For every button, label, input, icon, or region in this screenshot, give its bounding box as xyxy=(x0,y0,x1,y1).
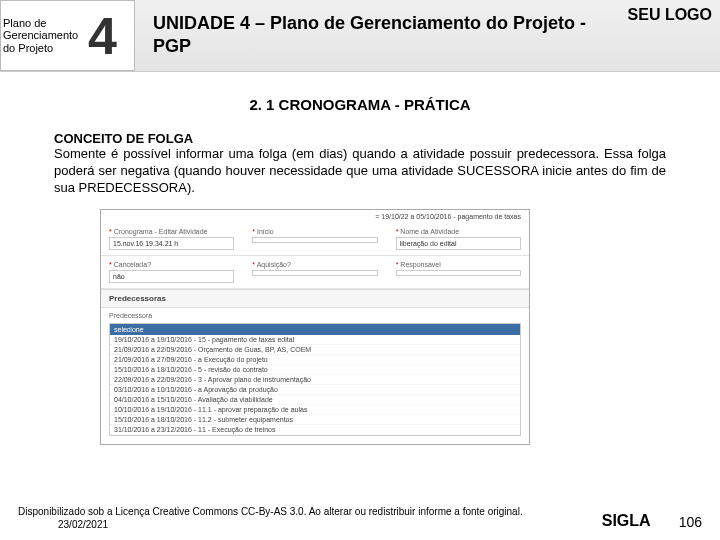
select-option: 22/09/2016 a 22/09/2016 - 3 - Aprovar pl… xyxy=(110,375,520,385)
content-block: CONCEITO DE FOLGA Somente é possível inf… xyxy=(0,131,720,197)
predecessor-section-header: Predecessoras xyxy=(101,289,529,308)
page-number: 106 xyxy=(679,514,702,530)
select-option: 15/10/2016 a 18/10/2016 - 5 - revisão do… xyxy=(110,365,520,375)
section-title: 2. 1 CRONOGRAMA - PRÁTICA xyxy=(0,96,720,113)
field-value: não xyxy=(109,270,234,283)
select-option: 21/09/2016 a 22/09/2016 - Orçamento de G… xyxy=(110,345,520,355)
form-date-range: = 19/10/22 a 05/10/2016 - pagamento de t… xyxy=(101,210,529,223)
field-value: liberação do edital xyxy=(396,237,521,250)
predecessor-select: selecione 19/10/2016 a 19/10/2016 - 15 -… xyxy=(109,323,521,436)
field-value: 15.nov.16 19.34.21 h xyxy=(109,237,234,250)
select-option: 10/10/2016 a 19/10/2016 - 11.1 - aprovar… xyxy=(110,405,520,415)
select-option: 04/10/2016 a 15/10/2016 - Avaliação da v… xyxy=(110,395,520,405)
field-label: Cronograma - Editar Atividade xyxy=(114,228,208,235)
field-label: Início xyxy=(257,228,274,235)
select-option: 15/10/2016 a 18/10/2016 - 11.2 - submete… xyxy=(110,415,520,425)
concept-title: CONCEITO DE FOLGA xyxy=(54,131,666,146)
footer-date: 23/02/2021 xyxy=(58,519,602,530)
slide-header: Plano de Gerenciamento do Projeto 4 UNID… xyxy=(0,0,720,72)
field-label: Cancelada? xyxy=(114,261,151,268)
concept-body: Somente é possível informar uma folga (e… xyxy=(54,146,666,197)
unit-box: Plano de Gerenciamento do Projeto 4 xyxy=(0,0,135,71)
field-label: Nome da Atividade xyxy=(400,228,459,235)
unit-label: Plano de Gerenciamento do Projeto xyxy=(3,17,73,53)
field-value xyxy=(252,237,377,243)
select-option: 03/10/2016 a 10/10/2016 - a Aprovação da… xyxy=(110,385,520,395)
predecessor-label: Predecessora xyxy=(109,312,521,319)
footer-sigla: SIGLA xyxy=(602,512,651,530)
select-current: selecione xyxy=(110,324,520,335)
unit-number: 4 xyxy=(73,6,132,66)
field-value xyxy=(252,270,377,276)
slide-footer: Disponibilizado sob a Licença Creative C… xyxy=(0,506,720,530)
select-option: 21/09/2016 a 27/09/2016 - a Execução do … xyxy=(110,355,520,365)
logo-placeholder: SEU LOGO xyxy=(610,0,720,71)
field-label: Responsável xyxy=(400,261,440,268)
header-title: UNIDADE 4 – Plano de Gerenciamento do Pr… xyxy=(135,0,610,71)
license-text: Disponibilizado sob a Licença Creative C… xyxy=(18,506,602,517)
field-value xyxy=(396,270,521,276)
field-label: Aquisição? xyxy=(257,261,291,268)
select-option: 19/10/2016 a 19/10/2016 - 15 - pagamento… xyxy=(110,335,520,345)
select-option: 31/10/2016 a 23/12/2016 - 11 - Execução … xyxy=(110,425,520,435)
embedded-form-screenshot: = 19/10/22 a 05/10/2016 - pagamento de t… xyxy=(100,209,530,445)
